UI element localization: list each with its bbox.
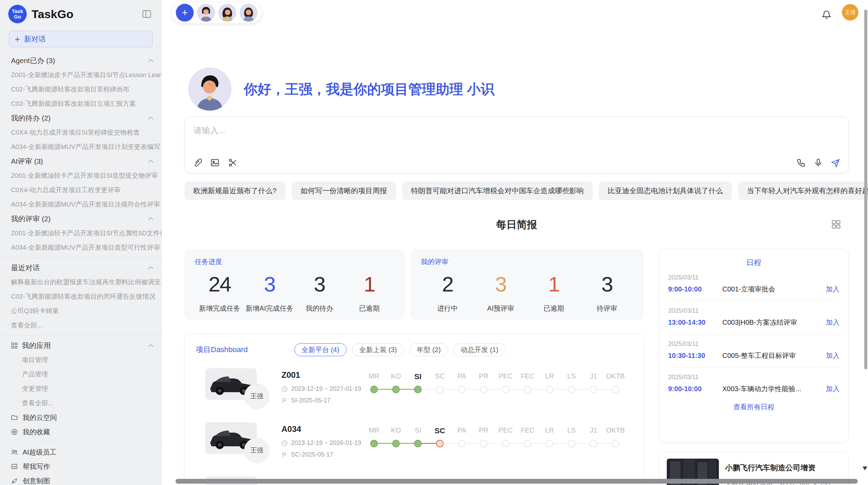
- task-progress-card: 任务进度 24 新增完成任务 3 新增AI完成任务 3 我的待办 1 已逾期: [184, 249, 405, 320]
- scissors-icon[interactable]: [228, 158, 238, 167]
- greeting-text: 你好，王强，我是你的项目管理助理 小识: [244, 80, 494, 99]
- flag-icon: [281, 398, 288, 404]
- sidebar-item-ai-staff[interactable]: AI超级员工: [0, 445, 161, 459]
- project-row[interactable]: 王强 A034 2023-12-19 ~ 2026-01-19 SC-2025-…: [185, 422, 644, 476]
- people-icon: [11, 449, 18, 456]
- scrollbar-down-arrow[interactable]: [863, 467, 867, 470]
- conversation-item[interactable]: C02-飞腾新能源轻客改款项目立项汇报方案: [0, 97, 161, 111]
- milestone-node: [546, 386, 553, 393]
- sidebar-collapse-icon[interactable]: [141, 9, 153, 19]
- conversation-item[interactable]: Z001-全新燃油轻卡产品开发项目SI节点属性5D文件评审: [0, 226, 161, 240]
- new-chat-button[interactable]: + 新对话: [9, 31, 153, 47]
- attach-paperclip-icon[interactable]: [192, 158, 202, 167]
- schedule-time: 13:00-14:30: [668, 319, 722, 326]
- conversation-item[interactable]: A034-全新新能源MUV产品开发项目法规符合性评审: [0, 197, 161, 212]
- filter-powertrain[interactable]: 动总开发 (1): [454, 343, 506, 356]
- stat-pending-review: 3 待评审: [580, 272, 634, 313]
- chevron-up-icon[interactable]: [148, 116, 154, 120]
- section-my-review[interactable]: 我的评审 (2): [0, 212, 161, 226]
- stat-ai-prereview: 3 AI预评审: [474, 272, 527, 313]
- chevron-up-icon[interactable]: [148, 59, 154, 62]
- milestone-track: MRKO SISC PAPR PECFEC LRLS J1OKTB: [363, 426, 626, 450]
- briefing-layout-icon[interactable]: [831, 219, 841, 229]
- view-all-schedule-link[interactable]: 查看所有日程: [668, 402, 840, 412]
- chevron-up-icon[interactable]: [148, 266, 154, 270]
- agent-avatar-1[interactable]: [197, 4, 215, 22]
- filter-new-body[interactable]: 全新上装 (3): [352, 343, 404, 356]
- suggestion-chips: 欧洲新规最近颁布了什么? 如何写一份清晰的项目周报 特朗普可能对进口汽车增税会对…: [184, 182, 849, 200]
- schedule-item: 2025/03/11 13:00-14:30 C003|H0B-方案冻结评审 加…: [668, 301, 840, 334]
- image-icon[interactable]: [210, 158, 220, 167]
- chevron-up-icon[interactable]: [148, 160, 154, 163]
- section-agent-done[interactable]: Agent已办 (3): [0, 53, 161, 68]
- conversation-item[interactable]: 公司Q3轻卡销量: [0, 304, 161, 318]
- conversation-item[interactable]: A034-全新新能源MUV产品开发项目计划变更表编写: [0, 140, 161, 154]
- join-link[interactable]: 加入: [826, 351, 840, 360]
- section-label: AI评审 (3): [11, 157, 43, 166]
- sidebar-item-cloud-space[interactable]: 我的云空间: [0, 410, 161, 425]
- project-dates: 2023-12-19 ~ 2026-01-19: [281, 439, 361, 447]
- chat-input[interactable]: [194, 126, 840, 135]
- milestone-node: [612, 440, 619, 447]
- view-all-conversations[interactable]: 查看全部...: [0, 318, 161, 333]
- conversation-item[interactable]: C02-飞腾新能源轻客改款项目的闭环通告反馈情况: [0, 289, 161, 304]
- phone-call-icon[interactable]: [796, 158, 806, 167]
- project-row[interactable]: 王强 Z001 2023-12-19 ~ 2027-01-19 SI-2025-…: [185, 368, 644, 422]
- conversation-item[interactable]: A034-全新新能源MUV产品开发项目造型可行性评审: [0, 240, 161, 255]
- app-item-change-mgmt[interactable]: 变更管理: [0, 382, 161, 396]
- suggestion-chip[interactable]: 特朗普可能对进口汽车增税会对中国车企造成哪些影响: [402, 182, 593, 200]
- app-item-product-mgmt[interactable]: 产品管理: [0, 367, 161, 382]
- sidebar-item-creative-drawing[interactable]: 创意制图: [0, 474, 161, 485]
- schedule-name: C003|H0B-方案冻结评审: [722, 318, 826, 327]
- card-title: 任务进度: [195, 257, 394, 266]
- conversation-item[interactable]: C0X4-动力总成开发项目工程变更评审: [0, 183, 161, 197]
- send-icon[interactable]: [831, 158, 840, 167]
- view-all-apps[interactable]: 查看全部...: [0, 396, 161, 410]
- suggestion-chip[interactable]: 比亚迪全固态电池计划具体说了什么: [599, 182, 732, 200]
- chevron-up-icon[interactable]: [148, 344, 154, 347]
- join-link[interactable]: 加入: [826, 318, 840, 327]
- conversation-item[interactable]: C0X4-动力总成开发项目SI里程碑提交物检查: [0, 125, 161, 140]
- horizontal-scrollbar[interactable]: [176, 479, 858, 484]
- vertical-scrollbar[interactable]: [864, 10, 867, 369]
- apps-grid-icon: [11, 342, 18, 349]
- milestone-node: [568, 386, 575, 393]
- microphone-icon[interactable]: [813, 158, 823, 167]
- clock-icon: [281, 386, 288, 392]
- greeting-block: 你好，王强，我是你的项目管理助理 小识: [188, 67, 494, 111]
- stat-in-progress: 2 进行中: [421, 272, 474, 313]
- section-recent-chats[interactable]: 最近对话: [0, 261, 161, 275]
- section-my-apps[interactable]: 我的应用: [0, 338, 161, 353]
- sidebar-item-favorites[interactable]: 我的收藏: [0, 425, 161, 439]
- notifications-bell-icon[interactable]: [821, 9, 832, 20]
- milestone-node: [458, 386, 466, 393]
- sidebar-item-write-for-me[interactable]: 帮我写作: [0, 459, 161, 474]
- section-ai-review[interactable]: AI评审 (3): [0, 154, 161, 169]
- project-name: A034: [281, 424, 301, 434]
- schedule-time: 9:00-10:00: [668, 285, 722, 293]
- section-my-todo[interactable]: 我的待办 (2): [0, 111, 161, 125]
- conversation-item[interactable]: 解释最新出台的欧盟报废车法规再生塑料比例被调至15%...: [0, 275, 161, 289]
- conversation-item[interactable]: Z001-全新燃油皮卡产品开发项目SI节点Lesson Learn报告: [0, 68, 161, 82]
- user-avatar[interactable]: 王强: [842, 4, 858, 21]
- agent-avatar-2[interactable]: [218, 4, 236, 22]
- conversation-item[interactable]: C02-飞腾新能源轻客改款项目里程碑画布: [0, 82, 161, 97]
- suggestion-chip[interactable]: 欧洲新规最近颁布了什么?: [184, 182, 286, 200]
- add-agent-button[interactable]: +: [176, 4, 194, 22]
- stat-overdue: 1 已逾期: [345, 272, 395, 313]
- schedule-name: X003-车辆动力学性能验...: [722, 384, 826, 394]
- milestone-node: [568, 440, 575, 447]
- chevron-up-icon[interactable]: [148, 217, 154, 221]
- milestone-node: [590, 386, 597, 393]
- milestone-node: [436, 386, 444, 393]
- conversation-item[interactable]: Z001-全新燃油轻卡产品开发项目SI造型提交物评审: [0, 169, 161, 183]
- suggestion-chip[interactable]: 如何写一份清晰的项目周报: [292, 182, 396, 200]
- join-link[interactable]: 加入: [826, 384, 840, 394]
- filter-all-new-platform[interactable]: 全新平台 (4): [294, 343, 347, 356]
- app-item-project-mgmt[interactable]: 项目管理: [0, 353, 161, 367]
- join-link[interactable]: 加入: [826, 285, 840, 294]
- suggestion-chip[interactable]: 当下年轻人对汽车外观有怎样的喜好趋势: [738, 182, 868, 200]
- filter-model-year[interactable]: 年型 (2): [410, 343, 448, 356]
- agent-avatar-3[interactable]: [240, 4, 257, 22]
- schedule-name: C001-立项审批会: [722, 285, 826, 294]
